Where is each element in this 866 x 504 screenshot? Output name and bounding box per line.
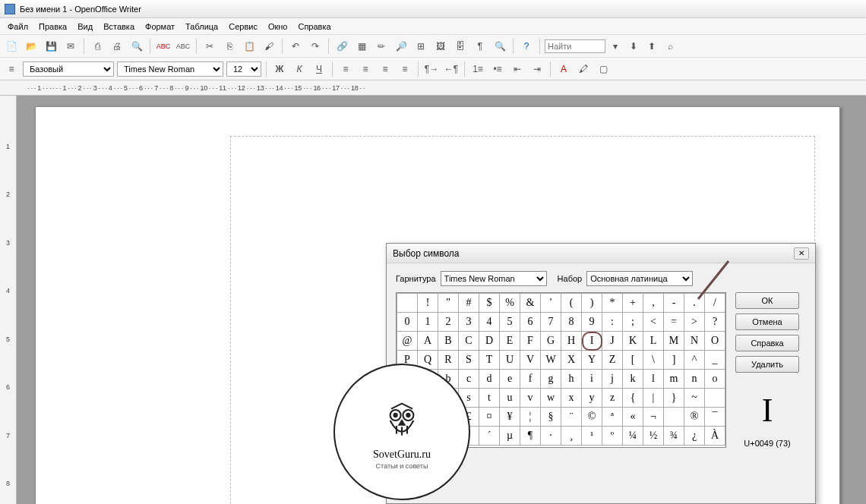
bgcolor-icon[interactable]: ▢ xyxy=(595,61,612,77)
paste-icon[interactable]: 📋 xyxy=(241,38,258,55)
char-cell[interactable]: S xyxy=(459,351,479,370)
ok-button[interactable]: ОК xyxy=(735,292,799,309)
char-cell[interactable]: & xyxy=(520,294,541,313)
char-cell[interactable]: ¹ xyxy=(582,427,602,446)
dialog-titlebar[interactable]: Выбор символа ✕ xyxy=(387,244,815,263)
rtl-icon[interactable]: ←¶ xyxy=(443,61,460,77)
char-cell[interactable]: G xyxy=(541,332,561,351)
char-cell[interactable]: < xyxy=(643,313,664,332)
align-justify-icon[interactable]: ≡ xyxy=(397,61,413,77)
spellcheck-icon[interactable]: ABC xyxy=(155,38,172,55)
char-cell[interactable]: D xyxy=(479,332,500,351)
char-cell[interactable]: i xyxy=(582,370,602,389)
char-cell[interactable]: J xyxy=(602,332,623,351)
char-cell[interactable]: X xyxy=(561,351,582,370)
char-cell[interactable]: 3 xyxy=(459,313,479,332)
italic-icon[interactable]: К xyxy=(291,61,308,77)
char-cell[interactable]: ¬ xyxy=(643,408,664,427)
menu-help[interactable]: Справка xyxy=(293,20,335,33)
char-cell[interactable]: º xyxy=(602,427,623,446)
char-cell[interactable]: l xyxy=(643,370,664,389)
char-cell[interactable]: ´ xyxy=(479,427,500,446)
char-cell[interactable]: 2 xyxy=(438,313,459,332)
char-cell[interactable]: _ xyxy=(705,351,725,370)
help-icon[interactable]: ? xyxy=(518,38,535,55)
gallery-icon[interactable]: 🖼 xyxy=(432,38,449,55)
char-cell[interactable]: , xyxy=(643,294,664,313)
numbering-icon[interactable]: 1≡ xyxy=(469,61,486,77)
draw-icon[interactable]: ✏ xyxy=(373,38,390,55)
char-cell[interactable]: ª xyxy=(602,408,623,427)
align-center-icon[interactable]: ≡ xyxy=(357,61,374,77)
print-icon[interactable]: 🖨 xyxy=(109,38,125,55)
cut-icon[interactable]: ✂ xyxy=(201,38,218,55)
document-page[interactable]: Выбор символа ✕ Гарнитура Times New Roma… xyxy=(35,106,840,504)
char-cell[interactable]: B xyxy=(438,332,459,351)
char-cell[interactable]: ; xyxy=(623,313,643,332)
char-cell[interactable] xyxy=(705,389,725,408)
char-cell[interactable]: g xyxy=(541,370,561,389)
char-cell[interactable]: ¼ xyxy=(623,427,643,446)
bold-icon[interactable]: Ж xyxy=(271,61,288,77)
char-cell[interactable]: L xyxy=(643,332,664,351)
char-cell[interactable]: K xyxy=(623,332,643,351)
autocheck-icon[interactable]: ABC xyxy=(175,38,191,55)
styles-icon[interactable]: ≡ xyxy=(3,61,20,77)
char-cell[interactable]: ? xyxy=(705,313,725,332)
char-cell[interactable]: ¾ xyxy=(664,427,684,446)
char-cell[interactable]: ¤ xyxy=(479,408,500,427)
char-cell[interactable]: d xyxy=(479,370,500,389)
highlight-icon[interactable]: 🖍 xyxy=(575,61,592,77)
char-cell[interactable]: } xyxy=(664,389,684,408)
char-cell[interactable]: m xyxy=(664,370,684,389)
navigator-icon[interactable]: ⊞ xyxy=(412,38,429,55)
char-cell[interactable]: h xyxy=(561,370,582,389)
text-area[interactable]: Выбор символа ✕ Гарнитура Times New Roma… xyxy=(230,136,815,504)
help-button[interactable]: Справка xyxy=(735,335,799,351)
char-cell[interactable]: z xyxy=(602,389,623,408)
char-cell[interactable]: ) xyxy=(582,294,602,313)
char-cell[interactable]: v xyxy=(520,389,541,408)
pdf-icon[interactable]: ⎙ xyxy=(89,38,106,55)
char-cell[interactable]: © xyxy=(582,408,602,427)
char-cell[interactable]: 5 xyxy=(500,313,520,332)
char-cell[interactable]: I xyxy=(582,332,602,351)
char-cell[interactable]: u xyxy=(500,389,520,408)
char-cell[interactable]: ! xyxy=(418,294,438,313)
char-cell[interactable]: # xyxy=(459,294,479,313)
align-right-icon[interactable]: ≡ xyxy=(377,61,393,77)
char-cell[interactable]: ­ xyxy=(664,408,684,427)
char-cell[interactable]: - xyxy=(664,294,684,313)
char-cell[interactable]: ¨ xyxy=(561,408,582,427)
char-cell[interactable]: w xyxy=(541,389,561,408)
char-cell[interactable]: [ xyxy=(623,351,643,370)
char-cell[interactable]: C xyxy=(459,332,479,351)
char-cell[interactable]: ® xyxy=(684,408,705,427)
copy-icon[interactable]: ⎘ xyxy=(221,38,238,55)
char-cell[interactable]: U xyxy=(500,351,520,370)
menu-window[interactable]: Окно xyxy=(264,20,292,33)
char-cell[interactable]: ' xyxy=(541,294,561,313)
menu-file[interactable]: Файл xyxy=(3,20,33,33)
char-cell[interactable]: $ xyxy=(479,294,500,313)
bullets-icon[interactable]: •≡ xyxy=(489,61,506,77)
zoom-icon[interactable]: 🔍 xyxy=(491,38,508,55)
font-color-icon[interactable]: A xyxy=(555,61,572,77)
font-name-select[interactable]: Times New Roman xyxy=(117,61,223,77)
find-dropdown-icon[interactable]: ▾ xyxy=(607,38,624,55)
nonprint-icon[interactable]: ¶ xyxy=(472,38,488,55)
char-cell[interactable]: ¶ xyxy=(520,427,541,446)
char-cell[interactable]: ¿ xyxy=(684,427,705,446)
subset-select[interactable]: Основная латиница xyxy=(586,271,693,286)
redo-icon[interactable]: ↷ xyxy=(307,38,324,55)
char-cell[interactable]: \ xyxy=(643,351,664,370)
char-cell[interactable]: % xyxy=(500,294,520,313)
table-icon[interactable]: ▦ xyxy=(353,38,370,55)
char-cell[interactable]: ( xyxy=(561,294,582,313)
hyperlink-icon[interactable]: 🔗 xyxy=(333,38,350,55)
open-icon[interactable]: 📂 xyxy=(23,38,40,55)
paragraph-style-select[interactable]: Базовый xyxy=(23,61,114,77)
new-doc-icon[interactable]: 📄 xyxy=(3,38,20,55)
char-cell[interactable]: 7 xyxy=(541,313,561,332)
char-cell[interactable]: R xyxy=(438,351,459,370)
